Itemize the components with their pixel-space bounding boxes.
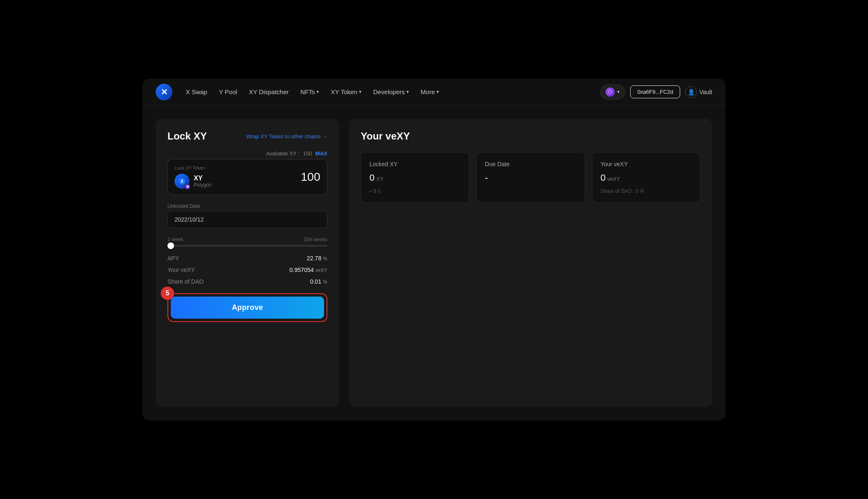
due-date-title: Due Date — [485, 161, 576, 167]
stats-section: APY 22.78 % Your veXY 0.957054 veXY Shar… — [167, 255, 327, 285]
your-vexy-title: Your veXY — [601, 161, 692, 167]
main-content: Lock XY Wrap XY Token to other chains → … — [142, 105, 726, 420]
available-label: Available XY : — [266, 150, 299, 157]
slider-max-label: 104 weeks — [304, 237, 327, 242]
approve-border: Approve — [167, 293, 327, 322]
due-date-value: - — [485, 172, 488, 183]
vexy-panel-title: Your veXY — [361, 130, 701, 142]
chain-badge: ◈ — [185, 184, 190, 190]
step-badge: 5 — [161, 287, 174, 300]
app-logo[interactable]: ✕ — [156, 84, 172, 100]
locked-xy-sub: ≈ $ 0 — [369, 188, 461, 194]
date-section: Unlocked Date 2022/10/12 — [167, 203, 327, 228]
user-icon: 👤 — [685, 86, 697, 98]
vexy-cards: Locked XY 0 XY ≈ $ 0 Due Date - Your — [361, 152, 701, 203]
chevron-down-icon: ▾ — [436, 89, 439, 95]
stat-apy: APY 22.78 % — [167, 255, 327, 262]
max-button[interactable]: MAX — [315, 150, 327, 157]
approve-button[interactable]: Approve — [171, 297, 324, 319]
nav-xswap[interactable]: X Swap — [186, 88, 207, 95]
panel-title: Lock XY — [167, 130, 207, 142]
locked-xy-unit: XY — [376, 176, 383, 182]
dao-value: 0.01 % — [310, 278, 327, 285]
date-label: Unlocked Date — [167, 203, 327, 209]
your-vexy-main: 0 veXY — [601, 172, 692, 183]
apy-label: APY — [167, 255, 179, 262]
token-info: X ◈ XY Polygon — [175, 174, 212, 189]
available-amount: 150 — [303, 150, 312, 157]
your-vexy-panel: Your veXY Locked XY 0 XY ≈ $ 0 Due Date … — [349, 119, 712, 407]
chevron-down-icon: ▾ — [317, 89, 319, 95]
nav-more[interactable]: More ▾ — [421, 88, 439, 95]
chevron-down-icon: ▾ — [617, 89, 620, 95]
vexy-value: 0.957054 veXY — [289, 267, 327, 273]
due-date-main: - — [485, 172, 576, 183]
stat-vexy: Your veXY 0.957054 veXY — [167, 267, 327, 273]
token-amount[interactable]: 100 — [301, 170, 320, 184]
chevron-down-icon: ▾ — [407, 89, 409, 95]
locked-xy-card: Locked XY 0 XY ≈ $ 0 — [361, 152, 469, 203]
app-container: ✕ X Swap Y Pool XY Dispatcher NFTs ▾ XY … — [142, 79, 726, 420]
your-vexy-card: Your veXY 0 veXY Share of DAO : 0 % — [592, 152, 701, 203]
network-icon: ⬡ — [606, 87, 615, 97]
your-vexy-value: 0 — [601, 172, 606, 183]
nav-links: X Swap Y Pool XY Dispatcher NFTs ▾ XY To… — [186, 88, 587, 95]
slider-track[interactable] — [167, 245, 327, 247]
vault-button[interactable]: 👤 Vault — [685, 86, 712, 98]
token-name: XY Polygon — [194, 175, 212, 188]
wrap-token-link[interactable]: Wrap XY Token to other chains → — [246, 133, 327, 140]
token-input-section: Available XY : 150 MAX Lock XY Token X — [167, 150, 327, 195]
slider-section: 1 week 104 weeks — [167, 237, 327, 247]
approve-section: 5 Approve — [167, 293, 327, 322]
navbar: ✕ X Swap Y Pool XY Dispatcher NFTs ▾ XY … — [142, 79, 726, 105]
locked-xy-title: Locked XY — [369, 161, 461, 167]
svg-text:X: X — [181, 179, 184, 184]
nav-developers[interactable]: Developers ▾ — [373, 88, 409, 95]
date-input[interactable]: 2022/10/12 — [167, 211, 327, 228]
wallet-address-button[interactable]: 0xa6F9...FC2d — [630, 85, 680, 98]
vexy-label: Your veXY — [167, 267, 195, 273]
nav-xytoken[interactable]: XY Token ▾ — [331, 88, 362, 95]
stat-dao: Share of DAO 0.01 % — [167, 278, 327, 285]
your-vexy-unit: veXY — [607, 176, 620, 182]
available-row: Available XY : 150 MAX — [167, 150, 327, 157]
slider-thumb[interactable] — [167, 242, 174, 249]
locked-xy-main: 0 XY — [369, 172, 461, 183]
token-input-label: Lock XY Token — [175, 165, 212, 170]
network-selector[interactable]: ⬡ ▾ — [600, 85, 625, 100]
your-vexy-sub: Share of DAO : 0 % — [601, 188, 692, 194]
lock-xy-panel: Lock XY Wrap XY Token to other chains → … — [156, 119, 339, 407]
nav-xydispatcher[interactable]: XY Dispatcher — [249, 88, 289, 95]
token-icon: X ◈ — [175, 174, 190, 189]
apy-value: 22.78 % — [307, 255, 327, 262]
slider-labels: 1 week 104 weeks — [167, 237, 327, 242]
locked-xy-value: 0 — [369, 172, 374, 183]
chevron-down-icon: ▾ — [359, 89, 362, 95]
panel-header: Lock XY Wrap XY Token to other chains → — [167, 130, 327, 142]
slider-min-label: 1 week — [167, 237, 183, 242]
nav-ypool[interactable]: Y Pool — [219, 88, 237, 95]
token-input-box: Lock XY Token X ◈ XY Po — [167, 159, 327, 195]
nav-right: ⬡ ▾ 0xa6F9...FC2d 👤 Vault — [600, 85, 712, 100]
nav-nfts[interactable]: NFTs ▾ — [300, 88, 319, 95]
dao-label: Share of DAO — [167, 278, 204, 285]
due-date-card: Due Date - — [476, 152, 585, 203]
